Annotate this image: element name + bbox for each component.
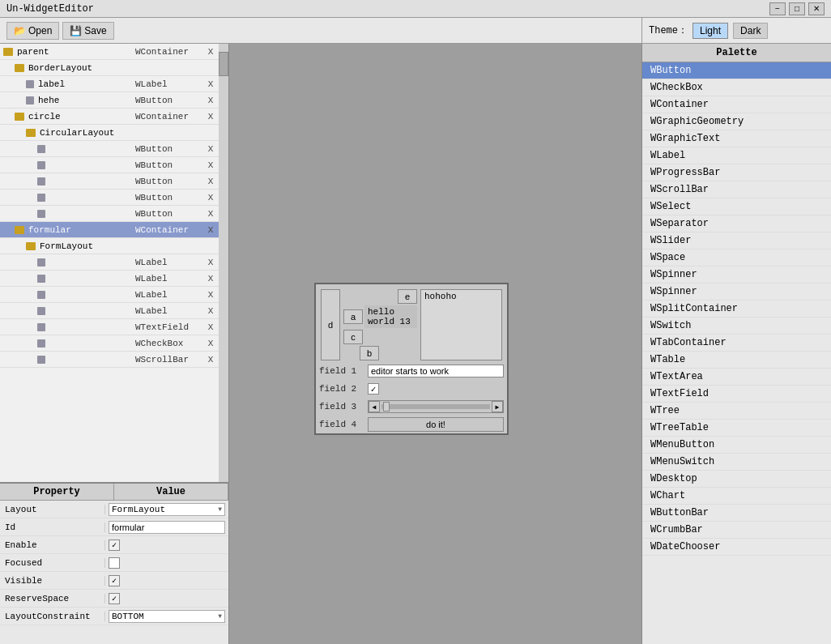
tree-row[interactable]: CircularLayout (0, 125, 228, 141)
property-checkbox[interactable]: ✓ (109, 593, 120, 604)
property-value (105, 521, 228, 534)
theme-dark-button[interactable]: Dark (733, 23, 768, 39)
tree-row[interactable]: WButtonX (0, 190, 228, 206)
tree-row[interactable]: WLabelX (0, 271, 228, 287)
tree-row[interactable]: WButtonX (0, 206, 228, 222)
tree-row[interactable]: WButtonX (0, 141, 228, 157)
property-input[interactable] (109, 521, 225, 534)
palette-item[interactable]: WSwitch (642, 318, 831, 335)
tree-row[interactable]: WButtonX (0, 173, 228, 190)
widget-btn-b[interactable]: b (360, 346, 379, 360)
main-layout: parentWContainerXBorderLayoutlabelWLabel… (0, 44, 831, 644)
palette-item[interactable]: WProgressBar (642, 164, 831, 181)
palette-item[interactable]: WDesktop (642, 471, 831, 488)
minimize-button[interactable]: − (769, 2, 786, 15)
open-button[interactable]: 📂 Open (6, 22, 59, 40)
widget-row1: d e a hello world 13 c b hohoho (316, 284, 507, 362)
tree-row[interactable]: WLabelX (0, 303, 228, 319)
widget-btn-a[interactable]: a (343, 309, 363, 324)
tree-row[interactable]: formularWContainerX (0, 222, 228, 238)
property-rows: LayoutFormLayout▼IdEnable✓FocusedVisible… (0, 501, 228, 625)
palette-item[interactable]: WContainer (642, 96, 831, 113)
tree-area[interactable]: parentWContainerXBorderLayoutlabelWLabel… (0, 44, 228, 482)
tree-row[interactable]: WLabelX (0, 254, 228, 271)
palette-item[interactable]: WTreeTable (642, 420, 831, 437)
palette-item[interactable]: WSpace (642, 249, 831, 267)
property-checkbox[interactable] (109, 557, 120, 569)
tree-row[interactable]: circleWContainerX (0, 109, 228, 125)
property-checkbox[interactable]: ✓ (109, 575, 120, 586)
property-dropdown[interactable]: FormLayout▼ (109, 503, 225, 516)
palette-item[interactable]: WScrollBar (642, 181, 831, 198)
palette-item[interactable]: WButtonBar (642, 505, 831, 522)
tree-node-x: X (204, 177, 217, 186)
restore-button[interactable]: □ (789, 2, 805, 15)
palette-item[interactable]: WCheckBox (642, 79, 831, 96)
slider-right-arrow[interactable]: ▶ (492, 401, 503, 412)
palette-item[interactable]: WLabel (642, 147, 831, 164)
palette-item[interactable]: WGraphicGeometry (642, 113, 831, 130)
property-name: Focused (0, 558, 105, 568)
palette-item[interactable]: WDateChooser (642, 539, 831, 556)
widget-preview: d e a hello world 13 c b hohoho field 1 (314, 283, 509, 435)
tree-row[interactable]: WTextFieldX (0, 319, 228, 335)
palette-item[interactable]: WMenuButton (642, 437, 831, 454)
tree-row[interactable]: WLabelX (0, 287, 228, 303)
tree-row[interactable]: FormLayout (0, 238, 228, 254)
tree-node-name: parent (15, 47, 135, 57)
widget-slider[interactable]: ◀ ▶ (368, 400, 504, 413)
palette-item[interactable]: WSplitContainer (642, 301, 831, 318)
palette-item[interactable]: WTree (642, 403, 831, 420)
tree-row[interactable]: labelWLabelX (0, 76, 228, 92)
tree-node-name: FormLayout (38, 241, 135, 251)
palette-item[interactable]: WTabContainer (642, 335, 831, 352)
widget-btn-e[interactable]: e (398, 289, 417, 304)
slider-thumb[interactable] (383, 402, 390, 412)
leaf-icon (37, 210, 45, 218)
palette-item[interactable]: WSpinner (642, 267, 831, 284)
property-dropdown[interactable]: BOTTOM▼ (109, 610, 225, 623)
tree-rows: parentWContainerXBorderLayoutlabelWLabel… (0, 44, 228, 368)
tree-row[interactable]: heheWButtonX (0, 92, 228, 109)
widget-btn-c[interactable]: c (343, 330, 363, 344)
tree-node-x: X (204, 160, 217, 170)
close-button[interactable]: ✕ (808, 2, 825, 15)
theme-bar: Theme： Light Dark (641, 18, 831, 44)
form-input-1[interactable] (368, 365, 504, 377)
tree-row[interactable]: WScrollBarX (0, 352, 228, 368)
palette-item[interactable]: WGraphicText (642, 130, 831, 147)
form-field-1 (368, 365, 504, 377)
palette-item[interactable]: WTextField (642, 386, 831, 403)
theme-light-button[interactable]: Light (692, 23, 728, 39)
slider-left-arrow[interactable]: ◀ (369, 401, 380, 412)
tree-row[interactable]: WButtonX (0, 157, 228, 173)
palette-item[interactable]: WTable (642, 352, 831, 369)
widget-btn-d[interactable]: d (321, 289, 340, 360)
property-value: ✓ (105, 575, 228, 586)
palette-item[interactable]: WSpinner (642, 284, 831, 301)
leaf-icon (37, 291, 45, 299)
form-btn-4[interactable]: do it! (368, 417, 504, 432)
canvas-area[interactable]: d e a hello world 13 c b hohoho field 1 (229, 44, 641, 644)
tree-scrollbar-thumb[interactable] (219, 52, 228, 76)
tree-node-x: X (204, 209, 217, 219)
palette-item[interactable]: WCrumbBar (642, 522, 831, 539)
palette-item[interactable]: WChart (642, 488, 831, 505)
tree-row[interactable]: WCheckBoxX (0, 335, 228, 352)
tree-scrollbar[interactable] (219, 44, 228, 482)
palette-item[interactable]: WSeparator (642, 215, 831, 232)
save-button[interactable]: 💾 Save (62, 22, 113, 40)
palette-item[interactable]: WMenuSwitch (642, 454, 831, 471)
tree-row[interactable]: BorderLayout (0, 60, 228, 76)
palette-item[interactable]: WSelect (642, 198, 831, 215)
palette-item[interactable]: WSlider (642, 232, 831, 249)
palette-item[interactable]: WTextArea (642, 369, 831, 386)
palette-item[interactable]: WButton (642, 62, 831, 79)
tree-row[interactable]: parentWContainerX (0, 44, 228, 60)
palette-panel: Palette WButtonWCheckBoxWContainerWGraph… (641, 44, 831, 644)
property-name: Layout (0, 505, 105, 514)
tree-node-x: X (204, 322, 217, 332)
tree-node-type: WLabel (135, 290, 204, 300)
property-checkbox[interactable]: ✓ (109, 540, 120, 551)
form-checkbox-2[interactable]: ✓ (368, 383, 379, 395)
